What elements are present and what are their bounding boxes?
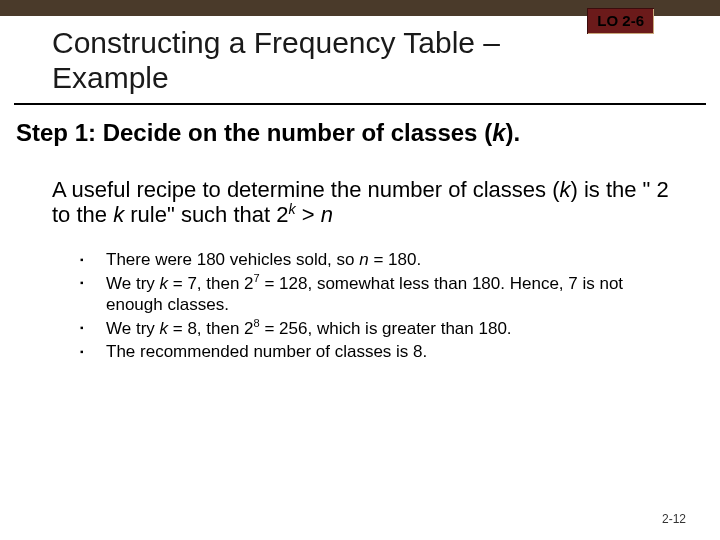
lo-badge-text: LO 2-6 bbox=[597, 12, 644, 29]
recipe-exp: k bbox=[289, 201, 296, 217]
recipe-d: > bbox=[296, 202, 321, 227]
recipe-paragraph: A useful recipe to determine the number … bbox=[52, 178, 680, 227]
b0-ital: n bbox=[359, 250, 368, 269]
b2-post: = 256, which is greater than 180. bbox=[260, 319, 512, 338]
bullet-list: ▪ There were 180 vehicles sold, so n = 1… bbox=[80, 249, 650, 363]
b1-pre: We try bbox=[106, 274, 160, 293]
step-text-b: ). bbox=[505, 119, 520, 146]
bullet-icon: ▪ bbox=[80, 317, 106, 339]
step-k: k bbox=[492, 119, 505, 146]
step-heading: Step 1: Decide on the number of classes … bbox=[16, 119, 704, 148]
b2-pre: We try bbox=[106, 319, 160, 338]
bullet-icon: ▪ bbox=[80, 272, 106, 315]
b0-pre: There were 180 vehicles sold, so bbox=[106, 250, 359, 269]
b0-post: = 180. bbox=[369, 250, 421, 269]
slide-title: Constructing a Frequency Table – Example bbox=[52, 26, 552, 95]
bullet-text: There were 180 vehicles sold, so n = 180… bbox=[106, 249, 650, 270]
b2-ital: k bbox=[160, 319, 169, 338]
recipe-k2: k bbox=[113, 202, 124, 227]
bullet-text: We try k = 7, then 27 = 128, somewhat le… bbox=[106, 272, 650, 315]
list-item: ▪ The recommended number of classes is 8… bbox=[80, 341, 650, 362]
lo-badge: LO 2-6 bbox=[587, 8, 654, 34]
list-item: ▪ There were 180 vehicles sold, so n = 1… bbox=[80, 249, 650, 270]
recipe-n: n bbox=[321, 202, 333, 227]
recipe-k1: k bbox=[559, 177, 570, 202]
bullet-text: We try k = 8, then 28 = 256, which is gr… bbox=[106, 317, 650, 339]
b2-mid: = 8, then 2 bbox=[168, 319, 254, 338]
bullet-icon: ▪ bbox=[80, 341, 106, 362]
step-text-a: Step 1: Decide on the number of classes … bbox=[16, 119, 492, 146]
recipe-c: rule" such that 2 bbox=[124, 202, 288, 227]
page-number: 2-12 bbox=[662, 512, 686, 526]
b1-ital: k bbox=[160, 274, 169, 293]
header: LO 2-6 Constructing a Frequency Table – … bbox=[14, 16, 706, 105]
list-item: ▪ We try k = 8, then 28 = 256, which is … bbox=[80, 317, 650, 339]
recipe-a: A useful recipe to determine the number … bbox=[52, 177, 559, 202]
bullet-icon: ▪ bbox=[80, 249, 106, 270]
b1-mid: = 7, then 2 bbox=[168, 274, 254, 293]
list-item: ▪ We try k = 7, then 27 = 128, somewhat … bbox=[80, 272, 650, 315]
b3-pre: The recommended number of classes is 8. bbox=[106, 342, 427, 361]
bullet-text: The recommended number of classes is 8. bbox=[106, 341, 650, 362]
